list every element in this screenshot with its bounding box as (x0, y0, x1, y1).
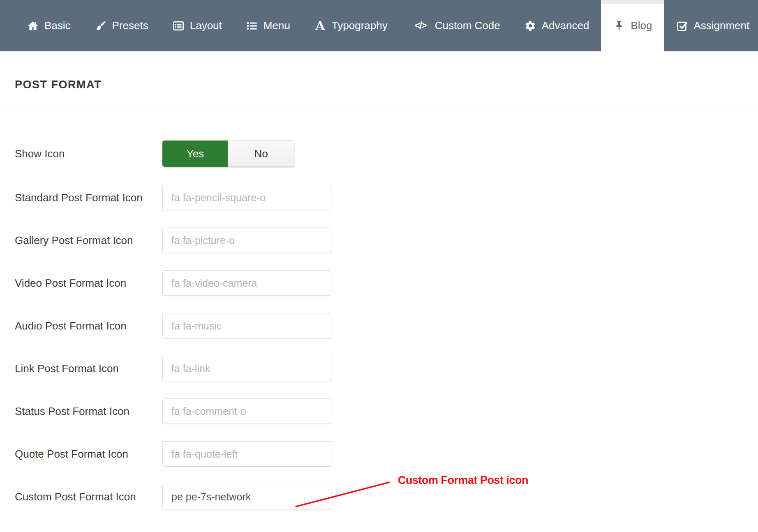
show-icon-label: Show Icon (15, 147, 162, 160)
tab-assignment[interactable]: Assignment (664, 0, 758, 51)
typography-a-icon: A (314, 20, 326, 32)
audio-post-format-input[interactable] (162, 313, 331, 339)
paintbrush-icon (95, 20, 107, 32)
form-row-audio: Audio Post Format Icon (15, 313, 331, 339)
show-icon-no-button[interactable]: No (228, 140, 294, 167)
standard-post-format-input[interactable] (162, 185, 331, 210)
code-icon: </> (411, 20, 430, 32)
link-post-format-input[interactable] (162, 356, 331, 381)
form-row-quote: Quote Post Format Icon (15, 441, 331, 467)
video-post-format-label: Video Post Format Icon (15, 277, 162, 290)
form-row-gallery: Gallery Post Format Icon (15, 228, 331, 253)
tab-menu[interactable]: Menu (234, 0, 302, 51)
menu-list-icon (246, 20, 258, 32)
audio-post-format-label: Audio Post Format Icon (15, 320, 162, 332)
tab-typography[interactable]: A Typography (302, 0, 400, 51)
status-post-format-label: Status Post Format Icon (15, 405, 162, 418)
tab-label: Menu (263, 19, 290, 32)
section-divider (0, 111, 758, 111)
tab-blog-active[interactable]: Blog (601, 0, 664, 51)
video-post-format-input[interactable] (162, 270, 331, 296)
form-row-show-icon: Show Icon Yes No (15, 140, 331, 167)
custom-post-format-label: Custom Post Format Icon (15, 491, 162, 503)
tab-label: Custom Code (435, 19, 500, 32)
form-row-custom: Custom Post Format Icon (15, 484, 331, 509)
gear-icon (524, 20, 536, 32)
home-icon (27, 20, 39, 32)
tab-label: Layout (190, 19, 222, 32)
form-row-standard: Standard Post Format Icon (15, 185, 331, 210)
tab-label: Advanced (542, 19, 589, 32)
show-icon-toggle: Yes No (162, 140, 294, 167)
link-post-format-label: Link Post Format Icon (15, 362, 162, 375)
settings-tab-bar: Basic Presets Layout Menu A Typography < (0, 0, 758, 51)
standard-post-format-label: Standard Post Format Icon (15, 191, 162, 204)
theme-settings-page: Basic Presets Layout Menu A Typography < (0, 0, 758, 532)
status-post-format-input[interactable] (162, 398, 331, 424)
quote-post-format-label: Quote Post Format Icon (15, 448, 162, 461)
layout-list-icon (172, 20, 185, 32)
tab-custom-code[interactable]: </> Custom Code (400, 0, 512, 51)
custom-post-format-input[interactable] (162, 484, 331, 509)
show-icon-yes-button[interactable]: Yes (162, 140, 228, 167)
check-square-icon (676, 20, 688, 32)
tab-layout[interactable]: Layout (160, 0, 234, 51)
page-title: POST FORMAT (0, 51, 758, 91)
tab-label: Blog (631, 19, 652, 32)
tab-presets[interactable]: Presets (83, 0, 160, 51)
tab-label: Presets (112, 19, 148, 32)
annotation-label: Custom Format Post icon (398, 474, 528, 487)
tab-basic[interactable]: Basic (15, 0, 83, 51)
tab-advanced[interactable]: Advanced (512, 0, 601, 51)
gallery-post-format-input[interactable] (162, 228, 331, 253)
gallery-post-format-label: Gallery Post Format Icon (15, 234, 162, 247)
post-format-form: Show Icon Yes No Standard Post Format Ic… (15, 140, 331, 527)
form-row-status: Status Post Format Icon (15, 398, 331, 424)
form-row-video: Video Post Format Icon (15, 270, 331, 296)
quote-post-format-input[interactable] (162, 441, 331, 467)
thumbtack-icon (613, 20, 625, 32)
form-row-link: Link Post Format Icon (15, 356, 331, 381)
tab-label: Assignment (693, 19, 749, 32)
tab-label: Basic (44, 19, 71, 32)
tab-label: Typography (332, 19, 388, 32)
section-header: POST FORMAT (0, 51, 758, 111)
